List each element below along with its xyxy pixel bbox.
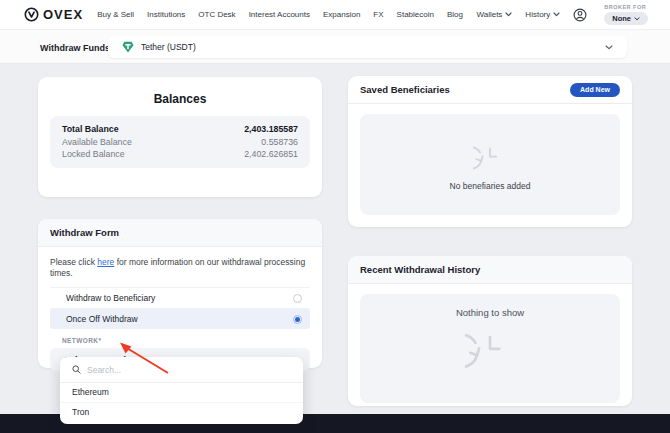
search-icon — [72, 365, 81, 374]
logo-text: OVEX — [43, 7, 83, 22]
broker-for-block: BROKER FOR None — [604, 4, 648, 25]
chevron-down-icon — [634, 17, 640, 21]
currency-select[interactable]: Tether (USDT) — [108, 36, 627, 58]
history-empty-state: Nothing to show — [360, 294, 620, 403]
broker-for-label: BROKER FOR — [604, 4, 646, 10]
history-empty-text: Nothing to show — [456, 307, 524, 318]
ovex-logo-icon — [24, 7, 39, 22]
network-option-tron[interactable]: Tron — [60, 402, 303, 422]
history-label: History — [525, 10, 550, 19]
nav-item-otc-desk[interactable]: OTC Desk — [198, 10, 235, 19]
saved-beneficiaries-header: Saved Beneficiaries Add New — [348, 76, 632, 104]
nav-item-stablecoin[interactable]: Stablecoin — [397, 10, 434, 19]
nav-item-institutions[interactable]: Institutions — [147, 10, 185, 19]
chevron-down-icon — [553, 12, 560, 17]
balance-row-total: Total Balance 2,403.185587 — [62, 123, 298, 136]
chevron-down-icon — [605, 45, 613, 50]
currency-label: Tether (USDT) — [141, 42, 196, 52]
option-withdraw-to-beneficiary[interactable]: Withdraw to Beneficiary — [50, 287, 310, 308]
balance-label: Locked Balance — [62, 148, 125, 161]
option-label: Withdraw to Beneficiary — [66, 293, 155, 303]
withdrawal-history-title: Recent Withdrawal History — [360, 264, 480, 275]
saved-beneficiaries-card: Saved Beneficiaries Add New No benefiari… — [348, 76, 632, 227]
withdraw-form-card: Withdraw Form Please click here for more… — [38, 219, 322, 368]
network-option-ethereum[interactable]: Ethereum — [60, 383, 303, 402]
balances-box: Total Balance 2,403.185587 Available Bal… — [50, 116, 310, 168]
history-menu[interactable]: History — [525, 10, 560, 19]
nav-item-expansion[interactable]: Expansion — [323, 10, 360, 19]
withdraw-form-header: Withdraw Form — [38, 219, 322, 247]
chevron-down-icon — [505, 12, 512, 17]
header-right: Wallets History BROKER FOR None — [476, 4, 648, 25]
nav-item-blog[interactable]: Blog — [447, 10, 463, 19]
wallets-menu[interactable]: Wallets — [476, 10, 512, 19]
balances-card: Balances Total Balance 2,403.185587 Avai… — [38, 77, 322, 197]
dropdown-search-row — [60, 357, 303, 383]
balance-value: 0.558736 — [261, 136, 298, 149]
tether-icon — [122, 41, 134, 53]
balance-value: 2,402.626851 — [244, 148, 298, 161]
beneficiaries-empty-state: No benefiaries added — [360, 114, 620, 215]
withdrawal-history-header: Recent Withdrawal History — [348, 256, 632, 284]
beneficiaries-empty-text: No benefiaries added — [450, 181, 531, 191]
saved-beneficiaries-title: Saved Beneficiaries — [360, 84, 450, 95]
network-search-input[interactable] — [87, 365, 257, 375]
broker-select[interactable]: None — [604, 12, 648, 25]
page-title: Withdraw Funds — [40, 43, 110, 53]
main-nav: Buy & Sell Institutions OTC Desk Interes… — [97, 10, 463, 19]
balance-label: Total Balance — [62, 123, 119, 136]
balance-label: Available Balance — [62, 136, 132, 149]
balances-title: Balances — [38, 77, 322, 106]
option-once-off-withdraw[interactable]: Once Off Withdraw — [50, 308, 310, 329]
ovex-logo[interactable]: OVEX — [24, 7, 83, 22]
account-icon[interactable] — [573, 8, 587, 22]
nav-item-fx[interactable]: FX — [373, 10, 383, 19]
wallets-label: Wallets — [476, 10, 502, 19]
broker-value: None — [612, 14, 631, 23]
balance-value: 2,403.185587 — [244, 123, 298, 136]
balance-row-available: Available Balance 0.558736 — [62, 136, 298, 149]
option-label: Once Off Withdraw — [66, 314, 138, 324]
withdraw-funds-bar: Withdraw Funds Tether (USDT) — [0, 30, 670, 64]
network-field-label: NETWORK* — [62, 337, 310, 344]
balance-row-locked: Locked Balance 2,402.626851 — [62, 148, 298, 161]
nav-item-interest-accounts[interactable]: Interest Accounts — [249, 10, 310, 19]
clock-history-icon — [465, 323, 515, 373]
network-dropdown: Ethereum Tron — [60, 357, 303, 424]
nav-item-buy-sell[interactable]: Buy & Sell — [97, 10, 134, 19]
withdraw-form-title: Withdraw Form — [50, 227, 119, 238]
processing-times-info: Please click here for more information o… — [38, 247, 322, 287]
clock-history-icon — [473, 139, 507, 173]
withdrawal-history-card: Recent Withdrawal History Nothing to sho… — [348, 256, 632, 406]
info-text-prefix: Please click — [50, 257, 97, 267]
withdraw-options: Withdraw to Beneficiary Once Off Withdra… — [50, 287, 310, 329]
app-header: OVEX Buy & Sell Institutions OTC Desk In… — [0, 0, 670, 30]
radio-unselected[interactable] — [293, 294, 302, 303]
withdrawal-info-link[interactable]: here — [97, 257, 114, 267]
radio-selected[interactable] — [293, 315, 302, 324]
add-new-button[interactable]: Add New — [570, 83, 620, 97]
